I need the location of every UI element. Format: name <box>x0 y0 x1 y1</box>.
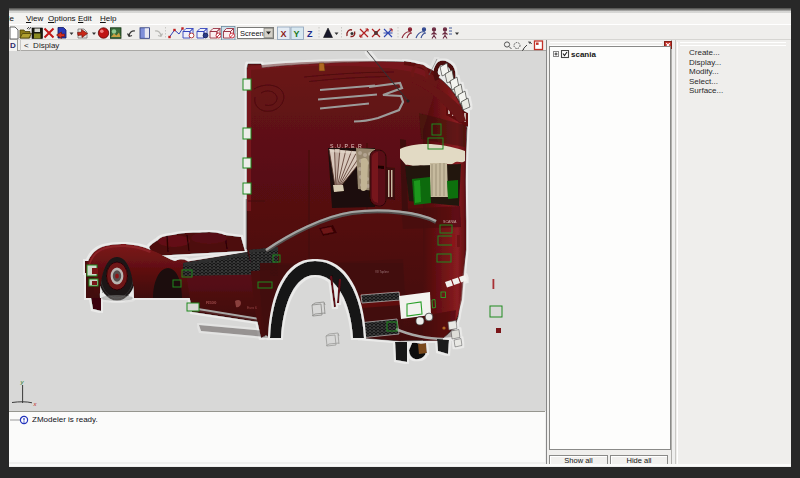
svg-text:Euro 6: Euro 6 <box>247 306 257 310</box>
svg-text:X: X <box>281 29 287 39</box>
svg-text:SCANIA: SCANIA <box>443 220 457 224</box>
svg-text:Screen: Screen <box>240 29 264 38</box>
svg-text:x: x <box>33 401 38 407</box>
svg-text:R500: R500 <box>206 300 217 305</box>
svg-text:y: y <box>20 379 25 385</box>
svg-text:Y: Y <box>294 29 300 39</box>
svg-text:V8 Topline: V8 Topline <box>375 270 389 274</box>
svg-text:Z: Z <box>307 29 313 39</box>
